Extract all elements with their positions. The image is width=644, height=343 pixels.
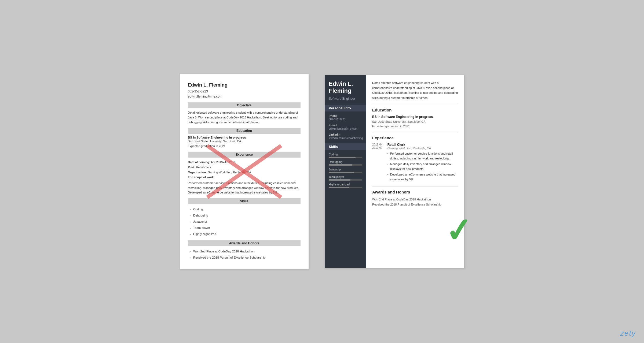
sidebar-linkedin-label: LinkedIn <box>329 133 362 136</box>
right-exp-bullet-3: Developed an eCommerce website that incr… <box>387 172 458 182</box>
left-resume: Edwin L. Fleming 602-352-3223 edwin.flem… <box>180 74 309 269</box>
left-phone: 602-352-3223 <box>188 89 301 94</box>
right-exp-bullet-1: Performed customer-service functions and… <box>387 151 458 161</box>
right-exp-company: Gaming World Inc, Redlands, CA <box>387 147 458 150</box>
resume-main-content: Detail-oriented software engineering stu… <box>366 75 464 268</box>
right-exp-details: Retail Clerk Gaming World Inc, Redlands,… <box>387 143 458 183</box>
left-education-header: Education <box>188 128 301 134</box>
skill-team-player: Team player <box>329 175 362 181</box>
left-skills-list: Coding Debugging Javascript Team player … <box>188 206 301 237</box>
left-school: San José State University, San José, CA <box>188 139 301 144</box>
right-award-1: Won 2nd Place at CodeDay 2018 Hackathon <box>372 197 458 202</box>
left-degree: BS in Software Engineering in progress <box>188 136 301 139</box>
right-degree: BS in Software Engineering in progress <box>372 115 458 119</box>
left-exp-post: Post: Retail Clerk <box>188 165 301 170</box>
sidebar-email-label: E-mail <box>329 124 362 127</box>
right-summary: Detail-oriented software engineering stu… <box>372 80 458 104</box>
right-education-title: Education <box>372 108 458 112</box>
right-name: Edwin L. Fleming <box>329 80 362 95</box>
skill-highly-organized: Highly organized <box>329 183 362 188</box>
left-awards-header: Awards and Honors <box>188 240 301 246</box>
skill-javascript: Javascript <box>329 168 362 173</box>
list-item: Javascript <box>193 219 301 225</box>
left-awards-list: Won 2nd Place at CodeDay 2018 Hackathon … <box>188 248 301 261</box>
divider-2 <box>372 186 458 187</box>
left-education-item: BS in Software Engineering in progress S… <box>188 136 301 148</box>
zety-logo: zety <box>620 329 636 338</box>
left-objective-text: Detail-oriented software engineering stu… <box>188 110 301 125</box>
left-exp-org: Organization: Gaming World Inc, Redlands… <box>188 170 301 175</box>
right-awards-title: Awards and Honors <box>372 190 458 194</box>
list-item: Coding <box>193 206 301 212</box>
right-exp-title: Retail Clerk <box>387 143 458 147</box>
left-exp-dates: Date of Joining: Apr 2019–Jul 2019 <box>188 160 301 165</box>
right-award-2: Received the 2018 Pursuit of Excellence … <box>372 202 458 207</box>
right-exp-row: 2019-04 - 2019-07 Retail Clerk Gaming Wo… <box>372 143 458 183</box>
list-item: Team player <box>193 225 301 231</box>
left-exp-bullet-1: Performed customer-service functions and… <box>188 181 301 195</box>
right-exp-bullet-2: Managed daily inventory and arranged win… <box>387 162 458 171</box>
left-email: edwin.fleming@me.com <box>188 94 301 99</box>
skill-debugging: Debugging <box>329 160 362 166</box>
right-graduation: Expected graduation in 2021 <box>372 124 458 129</box>
left-exp-scope: The scope of work: <box>188 175 301 180</box>
sidebar-phone-value: 602-352-3223 <box>329 117 362 121</box>
left-objective-header: Objective <box>188 102 301 108</box>
sidebar-personal-info-title: Personal Info <box>325 105 366 111</box>
sidebar-skills-title: Skills <box>325 143 366 150</box>
skill-coding: Coding <box>329 153 362 158</box>
left-experience-header: Experience <box>188 152 301 158</box>
right-resume: Edwin L. Fleming Software Engineer Perso… <box>325 75 464 268</box>
resume-sidebar: Edwin L. Fleming Software Engineer Perso… <box>325 75 366 268</box>
left-experience-block: Date of Joining: Apr 2019–Jul 2019 Post:… <box>188 160 301 195</box>
list-item: Highly organized <box>193 231 301 237</box>
sidebar-phone-label: Phone <box>329 114 362 117</box>
list-item: Debugging <box>193 212 301 219</box>
sidebar-email-value: edwin.fleming@me.com <box>329 127 362 131</box>
right-experience-title: Experience <box>372 136 458 140</box>
left-graduation: Expected graduation in 2021 <box>188 144 301 149</box>
right-school: San José State University, San José, CA <box>372 120 458 124</box>
divider-1 <box>372 132 458 132</box>
list-item: Won 2nd Place at CodeDay 2018 Hackathon <box>193 248 301 255</box>
list-item: Received the 2018 Pursuit of Excellence … <box>193 255 301 261</box>
right-exp-dates: 2019-04 - 2019-07 <box>372 143 385 183</box>
left-skills-header: Skills <box>188 198 301 204</box>
sidebar-linkedin-value: linkedin.com/in/edwinfleming <box>329 136 362 140</box>
right-job-title: Software Engineer <box>329 97 362 100</box>
left-name: Edwin L. Fleming <box>188 82 301 88</box>
